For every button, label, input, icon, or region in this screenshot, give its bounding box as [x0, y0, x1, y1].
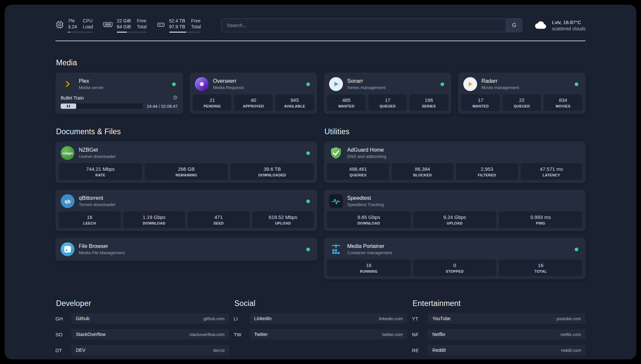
- service-link-nzbget[interactable]: nzbget NZBGet Usenet downloader: [59, 145, 314, 163]
- service-card-nzbget: nzbget NZBGet Usenet downloader 744.21 M…: [55, 141, 317, 183]
- stat-downloaded: 39.6 TBDOWNLOADED: [230, 163, 314, 180]
- playback-progress[interactable]: [61, 104, 143, 109]
- status-dot: [172, 82, 176, 86]
- service-card-radarr: Radarr Movie management 17WANTED 22QUEUE…: [458, 73, 586, 114]
- service-name: File Browser: [79, 243, 125, 249]
- service-name: Plex: [79, 78, 104, 84]
- stat-available: 945AVAILABLE: [275, 94, 314, 111]
- sonarr-icon: [329, 77, 343, 91]
- bookmark-dev: DT DEV dev.to: [55, 345, 229, 355]
- disk-values: 52.4 TB97.9 TB: [169, 18, 185, 30]
- status-dot: [306, 151, 310, 155]
- stat-ping: 0.993 msPING: [499, 211, 582, 228]
- search-provider-button[interactable]: G: [506, 19, 522, 32]
- playback-time: 24:44 / 02:06:47: [147, 104, 178, 109]
- memory-labels: FreeTotal: [137, 18, 147, 30]
- bookmark-abbr: TW: [234, 332, 250, 337]
- service-link-qbittorrent[interactable]: qb qBittorrent Torrent downloader: [59, 193, 314, 211]
- status-dot: [306, 248, 310, 251]
- service-card-qbittorrent: qb qBittorrent Torrent downloader 16LEEC…: [55, 190, 317, 231]
- service-card-speedtest: Speedtest Speedtest Tracking 9.65 GbpsDO…: [324, 190, 586, 231]
- service-description: Series management: [347, 85, 385, 90]
- topbar-divider: [55, 41, 586, 41]
- section-title-entertainment: Entertainment: [412, 299, 586, 308]
- weather-widget: Lviv, 16.87°C scattered clouds: [533, 19, 586, 31]
- topbar: 7%3.24 CPULoad: [55, 18, 586, 33]
- service-name: Sonarr: [347, 78, 385, 84]
- service-link-portainer[interactable]: Media Portainer Container management: [327, 241, 582, 259]
- memory-values: 22 GiB64 GiB: [117, 18, 131, 30]
- stat-leech: 16LEECH: [59, 211, 121, 228]
- bookmark-link-github[interactable]: Github github.com: [71, 313, 229, 324]
- bookmark-group-social: Social LI LinkedIn linkedin.com TW Twitt…: [234, 299, 408, 359]
- stat-upload: 9.24 GbpsUPLOAD: [413, 211, 497, 228]
- service-description: Media Requests: [213, 85, 244, 90]
- bookmark-link-linkedin[interactable]: LinkedIn linkedin.com: [250, 313, 408, 324]
- bookmark-link-stackoverflow[interactable]: StackOverflow stackoverflow.com: [71, 329, 229, 340]
- bookmark-link-youtube[interactable]: YouTube youtube.com: [428, 313, 586, 324]
- cpu-values: 7%3.24: [68, 18, 77, 30]
- bookmark-abbr: SO: [55, 332, 71, 337]
- bookmark-linkedin: LI LinkedIn linkedin.com: [234, 313, 408, 324]
- service-name: Speedtest: [347, 195, 384, 201]
- service-link-radarr[interactable]: Radarr Movie management: [461, 76, 582, 94]
- section-title-developer: Developer: [56, 299, 229, 308]
- stat-running: 16RUNNING: [327, 259, 411, 276]
- service-description: Speedtest Tracking: [347, 202, 384, 207]
- memory-progress: [117, 32, 146, 33]
- section-two-columns: Documents & Files nzbget NZBGet Usenet d…: [55, 127, 586, 279]
- bookmark-link-netflix[interactable]: Netflix netflix.com: [428, 329, 586, 340]
- bookmark-abbr: DT: [55, 348, 71, 353]
- stat-rate: 744.21 MbpsRATE: [59, 163, 142, 180]
- stat-stopped: 0STOPPED: [413, 259, 497, 276]
- radarr-icon: [463, 77, 477, 91]
- section-media: Media Plex Media server: [55, 58, 586, 114]
- service-link-filebrowser[interactable]: File Browser Media File Management: [59, 241, 314, 258]
- weather-location: Lviv, 16.87°C: [552, 19, 586, 25]
- gear-icon[interactable]: ⚙: [173, 95, 178, 101]
- cloud-icon: [533, 20, 547, 31]
- service-description: Usenet downloader: [79, 154, 116, 159]
- service-link-plex[interactable]: Plex Media server: [59, 76, 180, 94]
- status-dot: [306, 82, 310, 86]
- disk-widget: 52.4 TB97.9 TB FreeTotal: [157, 18, 201, 33]
- service-link-overseerr[interactable]: Overseerr Media Requests: [193, 76, 314, 94]
- stat-wanted: 485WANTED: [327, 94, 366, 111]
- status-dot: [441, 82, 444, 86]
- service-link-speedtest[interactable]: Speedtest Speedtest Tracking: [327, 193, 582, 211]
- stat-wanted: 17WANTED: [461, 94, 500, 111]
- bookmark-abbr: YT: [412, 316, 428, 321]
- memory-widget: 22 GiB64 GiB FreeTotal: [103, 18, 146, 33]
- stat-queries: 498,461QUERIES: [327, 163, 389, 180]
- section-utilities: Utilities AdGuard Home: [324, 127, 586, 279]
- memory-icon: [103, 21, 113, 30]
- pause-icon[interactable]: [67, 105, 71, 107]
- service-card-filebrowser: File Browser Media File Management: [55, 238, 317, 261]
- qbittorrent-icon: qb: [61, 194, 75, 208]
- stat-filtered: 2,953FILTERED: [456, 163, 518, 180]
- bookmark-link-twitter[interactable]: Twitter twitter.com: [250, 329, 408, 340]
- stat-approved: 40APPROVED: [234, 94, 273, 111]
- service-description: Torrent downloader: [79, 202, 115, 207]
- service-link-adguard[interactable]: AdGuard Home DNS and adblocking: [327, 145, 582, 163]
- section-title-documents: Documents & Files: [56, 127, 317, 136]
- service-card-plex: Plex Media server Bullet Train ⚙: [55, 73, 183, 114]
- bookmark-abbr: LI: [234, 316, 250, 321]
- overseerr-icon: [195, 77, 209, 91]
- adguard-icon: [329, 146, 343, 160]
- service-description: Container management: [347, 250, 392, 255]
- stat-series: 196SERIES: [410, 94, 448, 111]
- search-bar: G: [221, 18, 522, 32]
- service-link-sonarr[interactable]: Sonarr Series management: [327, 76, 448, 94]
- status-dot: [306, 199, 310, 203]
- bookmark-link-dev[interactable]: DEV dev.to: [71, 345, 229, 355]
- section-title-media: Media: [56, 58, 586, 67]
- cpu-widget: 7%3.24 CPULoad: [55, 18, 93, 33]
- bookmark-link-reddit[interactable]: Reddit reddit.com: [428, 345, 586, 355]
- search-input[interactable]: [222, 19, 506, 32]
- section-title-utilities: Utilities: [324, 127, 586, 136]
- bookmark-twitter: TW Twitter twitter.com: [234, 329, 408, 340]
- bookmark-group-entertainment: Entertainment YT YouTube youtube.com NF …: [412, 299, 586, 359]
- service-card-sonarr: Sonarr Series management 485WANTED 17QUE…: [324, 73, 451, 114]
- bookmark-netflix: NF Netflix netflix.com: [412, 329, 586, 340]
